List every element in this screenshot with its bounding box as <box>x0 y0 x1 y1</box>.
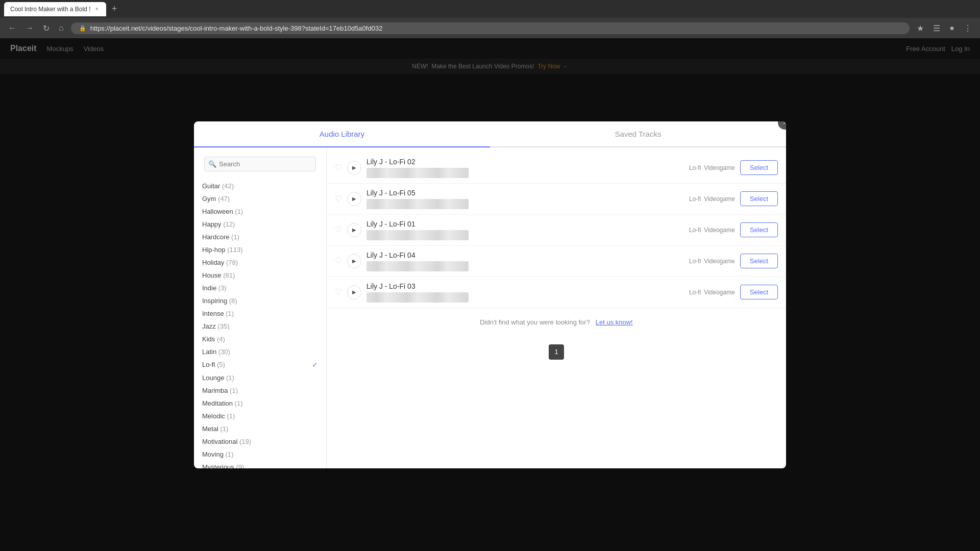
track-tags: Lo-fiVideogame <box>689 164 735 171</box>
not-found-message: Didn't find what you were looking for? L… <box>327 308 786 336</box>
select-button[interactable]: Select <box>740 222 778 237</box>
waveform <box>366 292 469 303</box>
genre-label: Intense (1) <box>202 310 234 317</box>
genre-label: Inspiring (8) <box>202 297 237 305</box>
track-name: Lily J - Lo-Fi 03 <box>366 282 684 290</box>
track-name: Lily J - Lo-Fi 05 <box>366 189 684 197</box>
sidebar-item-gym[interactable]: Gym (47) <box>194 192 326 205</box>
genre-list: Guitar (42)Gym (47)Halloween (1)Happy (1… <box>194 180 326 468</box>
lock-icon: 🔒 <box>79 25 86 32</box>
track-tags: Lo-fiVideogame <box>689 258 735 265</box>
genre-label: Hip-hop (113) <box>202 246 243 254</box>
forward-button[interactable]: → <box>23 21 36 35</box>
tab-title: Cool Intro Maker with a Bold St... <box>10 6 90 13</box>
let-us-know-link[interactable]: Let us know! <box>596 318 633 326</box>
tracks-container: ♡ ▶ Lily J - Lo-Fi 02 Lo-fiVideogame Sel… <box>327 153 786 308</box>
sidebar-item-guitar[interactable]: Guitar (42) <box>194 180 326 192</box>
track-name: Lily J - Lo-Fi 02 <box>366 158 684 166</box>
select-button[interactable]: Select <box>740 254 778 268</box>
play-button[interactable]: ▶ <box>347 161 361 175</box>
track-tag: Videogame <box>704 227 735 234</box>
modal-body: 🔍 Guitar (42)Gym (47)Halloween (1)Happy … <box>194 147 786 468</box>
sidebar-item-moving[interactable]: Moving (1) <box>194 448 326 461</box>
genre-label: Gym (47) <box>202 195 230 203</box>
genre-label: House (81) <box>202 271 235 279</box>
play-button[interactable]: ▶ <box>347 285 361 299</box>
modal-header: Audio Library Saved Tracks <box>194 121 786 147</box>
sidebar-item-inspiring[interactable]: Inspiring (8) <box>194 294 326 307</box>
sidebar-item-lo-fi[interactable]: Lo-fi (5)✓ <box>194 358 326 371</box>
url-text: https://placeit.net/c/videos/stages/cool… <box>90 24 383 32</box>
genre-label: Marimba (1) <box>202 387 238 394</box>
track-tag: Lo-fi <box>689 289 701 296</box>
sidebar-item-jazz[interactable]: Jazz (35) <box>194 320 326 333</box>
track-tag: Lo-fi <box>689 164 701 171</box>
track-name: Lily J - Lo-Fi 04 <box>366 251 684 259</box>
tab-saved-tracks[interactable]: Saved Tracks <box>490 121 786 146</box>
genre-label: Hardcore (1) <box>202 233 239 241</box>
sidebar-item-hardcore[interactable]: Hardcore (1) <box>194 231 326 243</box>
sidebar-item-lounge[interactable]: Lounge (1) <box>194 371 326 384</box>
sidebar-item-hip-hop[interactable]: Hip-hop (113) <box>194 243 326 256</box>
extensions-button[interactable]: ☰ <box>931 21 942 35</box>
sidebar-item-motivational[interactable]: Motivational (19) <box>194 435 326 448</box>
track-tag: Lo-fi <box>689 258 701 265</box>
tab-close-button[interactable]: × <box>93 6 100 13</box>
favorite-icon[interactable]: ♡ <box>335 163 342 172</box>
address-bar[interactable]: 🔒 https://placeit.net/c/videos/stages/co… <box>71 22 910 34</box>
genre-label: Holiday (78) <box>202 259 238 266</box>
back-button[interactable]: ← <box>6 21 18 35</box>
waveform <box>366 199 469 209</box>
track-row: ♡ ▶ Lily J - Lo-Fi 03 Lo-fiVideogame Sel… <box>327 277 786 308</box>
menu-button[interactable]: ⋮ <box>962 21 974 35</box>
sidebar-item-indie[interactable]: Indie (3) <box>194 282 326 294</box>
tab-audio-library[interactable]: Audio Library <box>194 121 490 146</box>
track-row: ♡ ▶ Lily J - Lo-Fi 05 Lo-fiVideogame Sel… <box>327 184 786 215</box>
sidebar-item-intense[interactable]: Intense (1) <box>194 307 326 320</box>
sidebar-item-mysterious[interactable]: Mysterious (9) <box>194 461 326 468</box>
favorite-icon[interactable]: ♡ <box>335 287 342 297</box>
modal-overlay: × Audio Library Saved Tracks 🔍 <box>0 38 980 551</box>
favorite-icon[interactable]: ♡ <box>335 194 342 204</box>
home-button[interactable]: ⌂ <box>57 21 66 35</box>
genre-label: Meditation (1) <box>202 399 242 407</box>
check-icon: ✓ <box>312 361 318 369</box>
search-input[interactable] <box>204 157 316 171</box>
new-tab-button[interactable]: + <box>108 3 120 15</box>
sidebar-item-house[interactable]: House (81) <box>194 269 326 282</box>
genre-label: Happy (12) <box>202 220 235 228</box>
sidebar-item-meditation[interactable]: Meditation (1) <box>194 397 326 410</box>
page-1-button[interactable]: 1 <box>549 344 564 360</box>
profile-button[interactable]: ● <box>947 21 957 35</box>
select-button[interactable]: Select <box>740 285 778 299</box>
sidebar-item-halloween[interactable]: Halloween (1) <box>194 205 326 218</box>
genre-label: Motivational (19) <box>202 438 251 445</box>
track-tags: Lo-fiVideogame <box>689 195 735 203</box>
favorite-icon[interactable]: ♡ <box>335 256 342 266</box>
play-button[interactable]: ▶ <box>347 254 361 268</box>
select-button[interactable]: Select <box>740 191 778 206</box>
reload-button[interactable]: ↻ <box>41 21 52 35</box>
bookmark-button[interactable]: ★ <box>915 21 926 35</box>
favorite-icon[interactable]: ♡ <box>335 225 342 235</box>
sidebar-item-marimba[interactable]: Marimba (1) <box>194 384 326 397</box>
sidebar-item-melodic[interactable]: Melodic (1) <box>194 410 326 422</box>
browser-tab[interactable]: Cool Intro Maker with a Bold St... × <box>4 2 106 16</box>
search-box: 🔍 <box>198 153 322 176</box>
genre-label: Kids (4) <box>202 335 225 343</box>
sidebar-item-happy[interactable]: Happy (12) <box>194 218 326 231</box>
play-button[interactable]: ▶ <box>347 223 361 237</box>
track-row: ♡ ▶ Lily J - Lo-Fi 01 Lo-fiVideogame Sel… <box>327 215 786 246</box>
select-button[interactable]: Select <box>740 160 778 175</box>
track-info: Lily J - Lo-Fi 03 <box>366 282 684 303</box>
track-tag: Videogame <box>704 258 735 265</box>
sidebar-item-metal[interactable]: Metal (1) <box>194 422 326 435</box>
genre-sidebar: 🔍 Guitar (42)Gym (47)Halloween (1)Happy … <box>194 147 327 468</box>
play-button[interactable]: ▶ <box>347 192 361 206</box>
genre-label: Latin (30) <box>202 348 230 356</box>
genre-label: Moving (1) <box>202 450 233 458</box>
sidebar-item-kids[interactable]: Kids (4) <box>194 333 326 345</box>
sidebar-item-latin[interactable]: Latin (30) <box>194 345 326 358</box>
genre-label: Halloween (1) <box>202 208 243 215</box>
sidebar-item-holiday[interactable]: Holiday (78) <box>194 256 326 269</box>
